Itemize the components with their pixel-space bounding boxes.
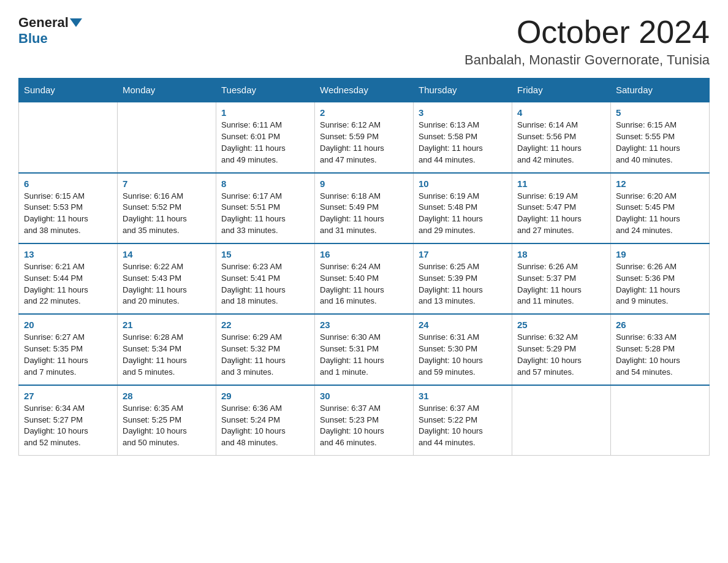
day-number: 23: [320, 320, 408, 330]
day-info: Sunrise: 6:28 AM Sunset: 5:34 PM Dayligh…: [123, 332, 211, 378]
calendar-cell: 26Sunrise: 6:33 AM Sunset: 5:28 PM Dayli…: [611, 314, 710, 385]
week-row-5: 27Sunrise: 6:34 AM Sunset: 5:27 PM Dayli…: [19, 385, 710, 456]
page-header: General Blue October 2024 Banbalah, Mona…: [18, 15, 710, 68]
calendar-cell: 2Sunrise: 6:12 AM Sunset: 5:59 PM Daylig…: [315, 102, 414, 172]
calendar-header-row: Sunday Monday Tuesday Wednesday Thursday…: [19, 79, 710, 102]
day-number: 10: [419, 178, 507, 189]
day-info: Sunrise: 6:25 AM Sunset: 5:39 PM Dayligh…: [419, 261, 507, 307]
calendar-cell: 21Sunrise: 6:28 AM Sunset: 5:34 PM Dayli…: [118, 314, 216, 385]
day-info: Sunrise: 6:20 AM Sunset: 5:45 PM Dayligh…: [616, 191, 704, 237]
col-wednesday: Wednesday: [315, 79, 414, 102]
day-number: 28: [123, 391, 211, 401]
calendar-cell: 29Sunrise: 6:36 AM Sunset: 5:24 PM Dayli…: [216, 385, 315, 456]
day-info: Sunrise: 6:29 AM Sunset: 5:32 PM Dayligh…: [221, 332, 309, 378]
day-number: 18: [517, 249, 605, 259]
week-row-2: 6Sunrise: 6:15 AM Sunset: 5:53 PM Daylig…: [19, 173, 710, 243]
location-subtitle: Banbalah, Monastir Governorate, Tunisia: [464, 52, 710, 68]
day-number: 12: [616, 178, 704, 189]
calendar-cell: 7Sunrise: 6:16 AM Sunset: 5:52 PM Daylig…: [118, 173, 216, 243]
calendar-cell: 28Sunrise: 6:35 AM Sunset: 5:25 PM Dayli…: [118, 385, 216, 456]
day-number: 3: [419, 107, 507, 118]
day-info: Sunrise: 6:16 AM Sunset: 5:52 PM Dayligh…: [123, 191, 211, 237]
month-title: October 2024: [464, 15, 710, 50]
day-number: 19: [616, 249, 704, 259]
calendar-cell: 18Sunrise: 6:26 AM Sunset: 5:37 PM Dayli…: [512, 243, 611, 314]
day-number: 25: [517, 320, 605, 330]
day-info: Sunrise: 6:26 AM Sunset: 5:37 PM Dayligh…: [517, 261, 605, 307]
day-info: Sunrise: 6:31 AM Sunset: 5:30 PM Dayligh…: [419, 332, 507, 378]
day-info: Sunrise: 6:37 AM Sunset: 5:23 PM Dayligh…: [320, 403, 408, 449]
logo: General Blue: [18, 15, 83, 47]
calendar-cell: 3Sunrise: 6:13 AM Sunset: 5:58 PM Daylig…: [414, 102, 512, 172]
calendar-cell: 20Sunrise: 6:27 AM Sunset: 5:35 PM Dayli…: [19, 314, 118, 385]
calendar-table: Sunday Monday Tuesday Wednesday Thursday…: [18, 78, 710, 456]
day-number: 27: [24, 391, 112, 401]
day-number: 29: [221, 391, 309, 401]
day-info: Sunrise: 6:30 AM Sunset: 5:31 PM Dayligh…: [320, 332, 408, 378]
day-number: 17: [419, 249, 507, 259]
week-row-4: 20Sunrise: 6:27 AM Sunset: 5:35 PM Dayli…: [19, 314, 710, 385]
calendar-cell: [19, 102, 118, 172]
col-friday: Friday: [512, 79, 611, 102]
calendar-cell: 17Sunrise: 6:25 AM Sunset: 5:39 PM Dayli…: [414, 243, 512, 314]
day-number: 9: [320, 178, 408, 189]
day-info: Sunrise: 6:19 AM Sunset: 5:48 PM Dayligh…: [419, 191, 507, 237]
logo-general-text: General: [18, 15, 69, 31]
day-info: Sunrise: 6:26 AM Sunset: 5:36 PM Dayligh…: [616, 261, 704, 307]
day-number: 22: [221, 320, 309, 330]
day-info: Sunrise: 6:18 AM Sunset: 5:49 PM Dayligh…: [320, 191, 408, 237]
calendar-cell: 30Sunrise: 6:37 AM Sunset: 5:23 PM Dayli…: [315, 385, 414, 456]
day-info: Sunrise: 6:12 AM Sunset: 5:59 PM Dayligh…: [320, 120, 408, 166]
day-number: 4: [517, 107, 605, 118]
calendar-cell: 5Sunrise: 6:15 AM Sunset: 5:55 PM Daylig…: [611, 102, 710, 172]
day-info: Sunrise: 6:11 AM Sunset: 6:01 PM Dayligh…: [221, 120, 309, 166]
logo-triangle-icon: [70, 18, 82, 27]
day-number: 20: [24, 320, 112, 330]
calendar-cell: [118, 102, 216, 172]
day-number: 7: [123, 178, 211, 189]
day-number: 2: [320, 107, 408, 118]
calendar-cell: [512, 385, 611, 456]
day-number: 6: [24, 178, 112, 189]
day-number: 14: [123, 249, 211, 259]
col-saturday: Saturday: [611, 79, 710, 102]
week-row-3: 13Sunrise: 6:21 AM Sunset: 5:44 PM Dayli…: [19, 243, 710, 314]
day-info: Sunrise: 6:35 AM Sunset: 5:25 PM Dayligh…: [123, 403, 211, 449]
day-info: Sunrise: 6:34 AM Sunset: 5:27 PM Dayligh…: [24, 403, 112, 449]
col-thursday: Thursday: [414, 79, 512, 102]
day-number: 16: [320, 249, 408, 259]
calendar-cell: 9Sunrise: 6:18 AM Sunset: 5:49 PM Daylig…: [315, 173, 414, 243]
day-number: 21: [123, 320, 211, 330]
calendar-cell: 23Sunrise: 6:30 AM Sunset: 5:31 PM Dayli…: [315, 314, 414, 385]
calendar-cell: 8Sunrise: 6:17 AM Sunset: 5:51 PM Daylig…: [216, 173, 315, 243]
day-number: 15: [221, 249, 309, 259]
calendar-cell: 6Sunrise: 6:15 AM Sunset: 5:53 PM Daylig…: [19, 173, 118, 243]
title-area: October 2024 Banbalah, Monastir Governor…: [464, 15, 710, 68]
calendar-cell: 16Sunrise: 6:24 AM Sunset: 5:40 PM Dayli…: [315, 243, 414, 314]
day-info: Sunrise: 6:22 AM Sunset: 5:43 PM Dayligh…: [123, 261, 211, 307]
day-info: Sunrise: 6:23 AM Sunset: 5:41 PM Dayligh…: [221, 261, 309, 307]
calendar-cell: 19Sunrise: 6:26 AM Sunset: 5:36 PM Dayli…: [611, 243, 710, 314]
calendar-cell: 4Sunrise: 6:14 AM Sunset: 5:56 PM Daylig…: [512, 102, 611, 172]
day-number: 8: [221, 178, 309, 189]
day-info: Sunrise: 6:19 AM Sunset: 5:47 PM Dayligh…: [517, 191, 605, 237]
calendar-cell: 1Sunrise: 6:11 AM Sunset: 6:01 PM Daylig…: [216, 102, 315, 172]
calendar-cell: [611, 385, 710, 456]
calendar-cell: 25Sunrise: 6:32 AM Sunset: 5:29 PM Dayli…: [512, 314, 611, 385]
day-number: 30: [320, 391, 408, 401]
col-tuesday: Tuesday: [216, 79, 315, 102]
day-info: Sunrise: 6:33 AM Sunset: 5:28 PM Dayligh…: [616, 332, 704, 378]
day-info: Sunrise: 6:21 AM Sunset: 5:44 PM Dayligh…: [24, 261, 112, 307]
calendar-cell: 12Sunrise: 6:20 AM Sunset: 5:45 PM Dayli…: [611, 173, 710, 243]
day-number: 31: [419, 391, 507, 401]
day-info: Sunrise: 6:15 AM Sunset: 5:55 PM Dayligh…: [616, 120, 704, 166]
calendar-cell: 27Sunrise: 6:34 AM Sunset: 5:27 PM Dayli…: [19, 385, 118, 456]
calendar-cell: 10Sunrise: 6:19 AM Sunset: 5:48 PM Dayli…: [414, 173, 512, 243]
day-info: Sunrise: 6:32 AM Sunset: 5:29 PM Dayligh…: [517, 332, 605, 378]
calendar-cell: 14Sunrise: 6:22 AM Sunset: 5:43 PM Dayli…: [118, 243, 216, 314]
day-info: Sunrise: 6:24 AM Sunset: 5:40 PM Dayligh…: [320, 261, 408, 307]
calendar-cell: 22Sunrise: 6:29 AM Sunset: 5:32 PM Dayli…: [216, 314, 315, 385]
calendar-cell: 13Sunrise: 6:21 AM Sunset: 5:44 PM Dayli…: [19, 243, 118, 314]
col-monday: Monday: [118, 79, 216, 102]
day-info: Sunrise: 6:17 AM Sunset: 5:51 PM Dayligh…: [221, 191, 309, 237]
